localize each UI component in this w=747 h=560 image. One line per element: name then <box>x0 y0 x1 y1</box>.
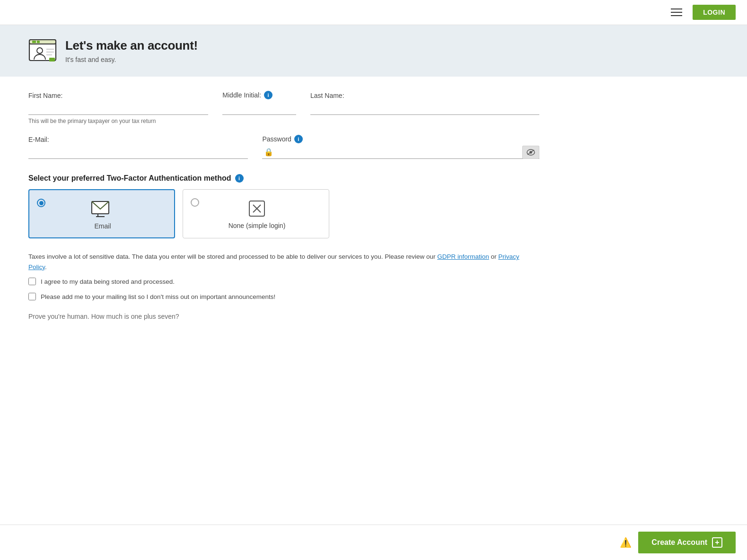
tfa-email-option[interactable]: Email <box>28 189 175 238</box>
header: LOGIN <box>0 0 747 25</box>
tfa-email-radio[interactable] <box>37 199 45 207</box>
first-name-input[interactable] <box>28 101 208 115</box>
agree-checkbox-row: I agree to my data being stored and proc… <box>28 277 539 287</box>
agree-label: I agree to my data being stored and proc… <box>41 277 175 287</box>
form-area: First Name: Middle Initial: i Last Name:… <box>0 77 568 368</box>
name-row: First Name: Middle Initial: i Last Name: <box>28 91 539 115</box>
middle-initial-info-icon[interactable]: i <box>264 91 272 99</box>
email-password-row: E-Mail: Password i 🔒 <box>28 135 539 159</box>
email-label: E-Mail: <box>28 136 248 143</box>
password-group: Password i 🔒 <box>262 135 539 159</box>
mailing-label: Please add me to your mailing list so I … <box>41 292 275 302</box>
agree-checkbox[interactable] <box>28 278 36 285</box>
last-name-label: Last Name: <box>310 92 539 99</box>
svg-rect-3 <box>37 41 40 43</box>
tfa-none-option[interactable]: None (simple login) <box>183 189 329 238</box>
tfa-email-radio-row: Email <box>37 198 155 230</box>
tfa-none-radio-row: None (simple login) <box>191 197 310 229</box>
password-input[interactable] <box>262 145 539 159</box>
email-group: E-Mail: <box>28 136 248 159</box>
account-icon <box>28 39 57 63</box>
privacy-text: Taxes involve a lot of sensitive data. T… <box>28 252 539 272</box>
svg-line-11 <box>527 150 534 155</box>
last-name-input[interactable] <box>310 101 539 115</box>
tfa-options: Email None (simple login) <box>28 189 539 238</box>
svg-rect-2 <box>32 41 36 43</box>
toggle-password-button[interactable] <box>522 146 539 159</box>
tfa-none-content: None (simple login) <box>204 199 310 229</box>
login-button[interactable]: LOGIN <box>693 5 736 20</box>
password-wrapper: 🔒 <box>262 145 539 159</box>
none-tfa-icon <box>246 199 268 218</box>
middle-initial-group: Middle Initial: i <box>222 91 296 115</box>
svg-rect-8 <box>49 58 55 61</box>
tfa-email-name: Email <box>94 222 111 230</box>
mailing-checkbox-row: Please add me to your mailing list so I … <box>28 292 539 302</box>
hamburger-menu-icon[interactable] <box>668 6 685 19</box>
tfa-email-content: Email <box>50 200 155 230</box>
lock-icon: 🔒 <box>264 148 273 157</box>
middle-initial-input[interactable] <box>222 101 296 115</box>
first-name-label: First Name: <box>28 92 208 99</box>
name-hint-text: This will be the primary taxpayer on you… <box>28 118 539 124</box>
tfa-section: Select your preferred Two-Factor Authent… <box>28 174 539 238</box>
prove-human-text: Prove you're human. How much is one plus… <box>28 313 539 320</box>
tfa-none-name: None (simple login) <box>228 222 286 229</box>
mailing-checkbox[interactable] <box>28 293 36 300</box>
first-name-group: First Name: <box>28 92 208 115</box>
email-tfa-icon <box>91 200 114 219</box>
eye-icon <box>527 149 535 156</box>
password-label: Password i <box>262 135 539 143</box>
hero-title: Let's make an account! <box>65 38 198 53</box>
gdpr-link[interactable]: GDPR information <box>437 253 489 260</box>
privacy-section: Taxes involve a lot of sensitive data. T… <box>28 252 539 302</box>
middle-initial-label: Middle Initial: i <box>222 91 296 99</box>
hero-banner: Let's make an account! It's fast and eas… <box>0 25 747 77</box>
tfa-info-icon[interactable]: i <box>235 174 244 183</box>
tfa-label: Select your preferred Two-Factor Authent… <box>28 174 539 183</box>
hero-subtitle: It's fast and easy. <box>65 56 198 63</box>
prove-human-section: Prove you're human. How much is one plus… <box>28 312 539 320</box>
email-input[interactable] <box>28 145 248 159</box>
password-info-icon[interactable]: i <box>294 135 303 143</box>
last-name-group: Last Name: <box>310 92 539 115</box>
tfa-none-radio[interactable] <box>191 198 199 207</box>
